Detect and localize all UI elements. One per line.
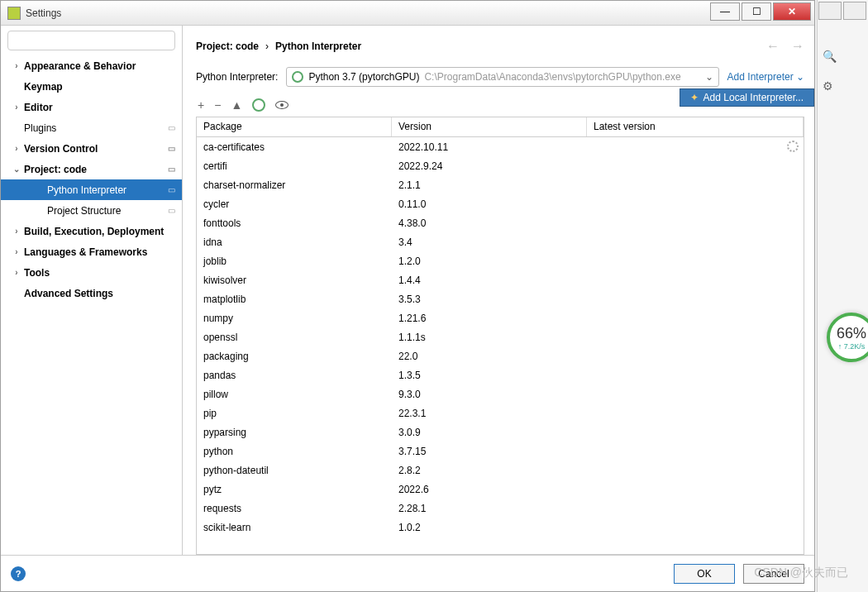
search-icon[interactable]: 🔍 xyxy=(823,50,837,63)
table-header: Package Version Latest version xyxy=(197,117,804,137)
sidebar-item-python-interpreter[interactable]: Python Interpreter▭ xyxy=(1,179,182,200)
gauge-speed: ↑ 7.2K/s xyxy=(838,342,866,351)
sidebar-item-tools[interactable]: ›Tools xyxy=(1,262,182,283)
crumb-page: Python Interpreter xyxy=(275,41,361,52)
table-row[interactable]: packaging22.0 xyxy=(197,346,804,365)
cancel-button[interactable]: Cancel xyxy=(743,564,804,584)
table-body[interactable]: ca-certificates2022.10.11certifi2022.9.2… xyxy=(197,137,804,554)
table-row[interactable]: cycler0.11.0 xyxy=(197,194,804,213)
col-package[interactable]: Package xyxy=(197,117,392,136)
maximize-button[interactable]: ☐ xyxy=(742,2,771,21)
table-row[interactable]: joblib1.2.0 xyxy=(197,251,804,270)
table-row[interactable]: openssl1.1.1s xyxy=(197,327,804,346)
sidebar-item-build-execution-deployment[interactable]: ›Build, Execution, Deployment xyxy=(1,221,182,241)
table-row[interactable]: pandas1.3.5 xyxy=(197,365,804,384)
python-icon xyxy=(292,71,303,83)
minimize-button[interactable]: — xyxy=(710,2,740,21)
table-row[interactable]: pip22.3.1 xyxy=(197,403,804,423)
sidebar-item-languages-frameworks[interactable]: ›Languages & Frameworks xyxy=(1,241,182,262)
background-ide-strip: 🔍 ⚙ xyxy=(817,0,868,592)
add-interpreter-popup[interactable]: ✦Add Local Interpreter... xyxy=(680,88,814,107)
table-row[interactable]: scikit-learn1.0.2 xyxy=(197,518,804,537)
table-row[interactable]: python-dateutil2.8.2 xyxy=(197,461,804,480)
sidebar-item-editor[interactable]: ›Editor xyxy=(1,97,182,117)
table-row[interactable]: matplotlib3.5.3 xyxy=(197,289,804,308)
chevron-down-icon: ⌄ xyxy=(705,71,713,83)
sidebar-item-project-structure[interactable]: Project Structure▭ xyxy=(1,200,182,221)
sidebar-item-version-control[interactable]: ›Version Control▭ xyxy=(1,138,182,159)
gear-icon[interactable]: ⚙ xyxy=(823,79,833,93)
sidebar-item-plugins[interactable]: Plugins▭ xyxy=(1,117,182,138)
crumb-project: Project: code xyxy=(196,41,259,52)
star-icon: ✦ xyxy=(690,92,699,103)
table-row[interactable]: kiwisolver1.4.4 xyxy=(197,270,804,289)
col-latest[interactable]: Latest version xyxy=(587,117,804,136)
interpreter-path: C:\ProgramData\Anaconda3\envs\pytorchGPU… xyxy=(424,71,699,83)
packages-table: Package Version Latest version ca-certif… xyxy=(196,117,804,555)
ok-button[interactable]: OK xyxy=(674,564,735,584)
sidebar-item-advanced-settings[interactable]: Advanced Settings xyxy=(1,283,182,303)
interpreter-label: Python Interpreter: xyxy=(196,71,278,83)
breadcrumb: Project: code › Python Interpreter ← → xyxy=(196,34,804,59)
dialog-footer: ? OK Cancel xyxy=(1,555,814,591)
table-row[interactable]: numpy1.21.6 xyxy=(197,308,804,327)
conda-icon[interactable] xyxy=(252,98,265,112)
settings-window: Settings — ☐ ✕ ›Appearance & BehaviorKey… xyxy=(0,0,815,592)
table-row[interactable]: charset-normalizer2.1.1 xyxy=(197,175,804,194)
settings-sidebar: ›Appearance & BehaviorKeymap›EditorPlugi… xyxy=(1,26,183,555)
table-row[interactable]: pytz2022.6 xyxy=(197,480,804,499)
bg-min xyxy=(818,2,842,20)
loading-spinner-icon xyxy=(787,141,799,152)
table-row[interactable]: python3.7.15 xyxy=(197,442,804,461)
crumb-sep: › xyxy=(265,41,269,52)
remove-package-button[interactable]: − xyxy=(214,98,221,112)
table-row[interactable]: requests2.28.1 xyxy=(197,499,804,518)
table-row[interactable]: pillow9.3.0 xyxy=(197,384,804,403)
interpreter-dropdown[interactable]: Python 3.7 (pytorchGPU) C:\ProgramData\A… xyxy=(286,67,718,87)
window-title: Settings xyxy=(26,7,710,19)
sidebar-item-project-code[interactable]: ⌄Project: code▭ xyxy=(1,159,182,179)
table-row[interactable]: fonttools4.38.0 xyxy=(197,213,804,232)
table-row[interactable]: pyparsing3.0.9 xyxy=(197,423,804,442)
table-row[interactable]: idna3.4 xyxy=(197,232,804,251)
col-version[interactable]: Version xyxy=(392,117,587,136)
titlebar: Settings — ☐ ✕ xyxy=(1,1,814,26)
bg-max xyxy=(843,2,866,20)
sidebar-item-keymap[interactable]: Keymap xyxy=(1,76,182,97)
table-row[interactable]: ca-certificates2022.10.11 xyxy=(197,137,804,156)
gauge-percent: 66% xyxy=(837,325,866,342)
add-package-button[interactable]: + xyxy=(198,98,204,112)
back-button[interactable]: ← xyxy=(766,39,780,54)
help-button[interactable]: ? xyxy=(11,566,26,581)
settings-tree[interactable]: ›Appearance & BehaviorKeymap›EditorPlugi… xyxy=(1,55,182,555)
add-interpreter-link[interactable]: Add Interpreter ⌄ xyxy=(727,71,804,83)
sidebar-item-appearance-behavior[interactable]: ›Appearance & Behavior xyxy=(1,55,182,76)
show-early-releases-icon[interactable] xyxy=(275,101,289,109)
table-row[interactable]: certifi2022.9.24 xyxy=(197,156,804,175)
app-icon xyxy=(7,7,21,20)
upgrade-package-button[interactable]: ▲ xyxy=(231,98,242,112)
forward-button[interactable]: → xyxy=(791,39,804,54)
interpreter-name: Python 3.7 (pytorchGPU) xyxy=(308,71,419,83)
settings-search-input[interactable] xyxy=(7,31,175,50)
close-button[interactable]: ✕ xyxy=(773,2,811,21)
